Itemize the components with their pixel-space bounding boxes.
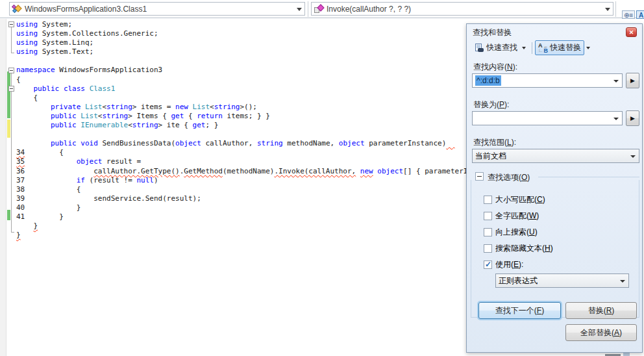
chevron-down-icon[interactable] bbox=[613, 80, 619, 83]
search-hidden-checkbox[interactable] bbox=[484, 244, 492, 253]
search-hidden-checkbox-row[interactable]: 搜索隐藏文本(H) bbox=[484, 243, 553, 254]
look-in-label: 查找范围(L): bbox=[473, 137, 516, 148]
find-replace-dialog: 查找和替换 ✕ 快速查找 A⌐∟B 快速替换 查找内容(N): ^:d:d:b … bbox=[466, 23, 643, 353]
search-up-label: 向上搜索(U) bbox=[495, 227, 538, 238]
editor-navigation-bar: WindowsFormsApplication3.Class1 Invoke(c… bbox=[0, 0, 644, 18]
quick-find-label: 快速查找 bbox=[486, 42, 517, 53]
use-value: 正则表达式 bbox=[499, 275, 538, 286]
search-up-checkbox[interactable] bbox=[484, 228, 492, 236]
navbar-splitter[interactable] bbox=[308, 1, 308, 17]
look-in-select[interactable]: 当前文档 bbox=[472, 149, 639, 163]
search-hidden-label: 搜索隐藏文本(H) bbox=[495, 243, 553, 254]
quick-replace-label: 快速替换 bbox=[550, 42, 581, 53]
replace-button[interactable]: 替换(R) bbox=[565, 302, 637, 319]
find-expression-builder-button[interactable]: ▶ bbox=[626, 73, 639, 88]
dialog-toolbar: 快速查找 A⌐∟B 快速替换 bbox=[472, 40, 593, 56]
chevron-down-icon[interactable] bbox=[297, 8, 302, 11]
find-options-rule bbox=[538, 177, 639, 177]
match-case-checkbox-row[interactable]: 大小写匹配(C) bbox=[484, 194, 545, 205]
collapse-minus-icon[interactable] bbox=[8, 21, 14, 27]
member-dropdown-value: Invoke(callAuthor ?, ? ?) bbox=[327, 5, 411, 14]
quick-replace-button[interactable]: A⌐∟B 快速替换 bbox=[535, 40, 584, 55]
chevron-down-icon[interactable] bbox=[620, 280, 625, 283]
use-checkbox-row[interactable]: 使用(E): bbox=[484, 259, 523, 270]
replace-with-input[interactable] bbox=[472, 111, 623, 125]
method-icon bbox=[314, 5, 324, 14]
whole-word-label: 全字匹配(W) bbox=[495, 210, 539, 222]
member-list-icon[interactable]: ⊕≡ bbox=[622, 10, 635, 19]
class-dropdown-value: WindowsFormsApplication3.Class1 bbox=[25, 5, 147, 14]
chevron-down-icon[interactable] bbox=[630, 155, 636, 158]
whole-word-checkbox[interactable] bbox=[484, 212, 492, 220]
collapse-minus-icon[interactable] bbox=[8, 86, 14, 92]
class-icon bbox=[12, 5, 22, 14]
use-label: 使用(E): bbox=[495, 259, 523, 270]
quick-find-button[interactable]: 快速查找 bbox=[472, 40, 520, 55]
quick-replace-dropdown-icon[interactable] bbox=[586, 47, 590, 49]
close-icon[interactable]: ✕ bbox=[626, 27, 637, 37]
letter-a-icon[interactable]: A bbox=[636, 10, 644, 19]
search-up-checkbox-row[interactable]: 向上搜索(U) bbox=[484, 227, 538, 238]
quick-find-dropdown-icon[interactable] bbox=[522, 47, 526, 49]
match-case-checkbox[interactable] bbox=[484, 196, 492, 204]
quick-replace-icon: A⌐∟B bbox=[538, 44, 548, 53]
use-select[interactable]: 正则表达式 bbox=[495, 273, 629, 288]
match-case-label: 大小写匹配(C) bbox=[495, 194, 545, 205]
dialog-bottom-edge bbox=[623, 353, 630, 356]
chevron-down-icon[interactable] bbox=[605, 8, 610, 11]
find-what-value: ^:d:d:b bbox=[475, 75, 501, 86]
quick-find-icon bbox=[475, 44, 484, 53]
chevron-down-icon[interactable] bbox=[613, 118, 619, 120]
replace-expression-builder-button[interactable]: ▶ bbox=[626, 110, 639, 126]
navbar-splitter-2[interactable] bbox=[615, 1, 616, 17]
use-checkbox[interactable] bbox=[484, 261, 492, 269]
look-in-value: 当前文档 bbox=[475, 151, 506, 162]
find-next-button[interactable]: 查找下一个(F) bbox=[478, 302, 561, 319]
replace-with-label: 替换为(P): bbox=[473, 99, 509, 110]
replace-all-button[interactable]: 全部替换(A) bbox=[565, 324, 637, 341]
member-dropdown[interactable]: Invoke(callAuthor ?, ? ?) bbox=[311, 2, 613, 16]
find-what-input[interactable]: ^:d:d:b bbox=[472, 73, 623, 88]
collapse-minus-icon[interactable] bbox=[8, 68, 14, 73]
find-what-label: 查找内容(N): bbox=[473, 62, 517, 73]
class-dropdown[interactable]: WindowsFormsApplication3.Class1 bbox=[9, 2, 305, 16]
toolbar-separator bbox=[532, 42, 532, 54]
find-options-label: 查找选项(O) bbox=[488, 172, 530, 183]
dialog-title: 查找和替换 bbox=[473, 27, 512, 38]
find-options-collapse-icon[interactable] bbox=[475, 172, 484, 181]
whole-word-checkbox-row[interactable]: 全字匹配(W) bbox=[484, 210, 539, 222]
